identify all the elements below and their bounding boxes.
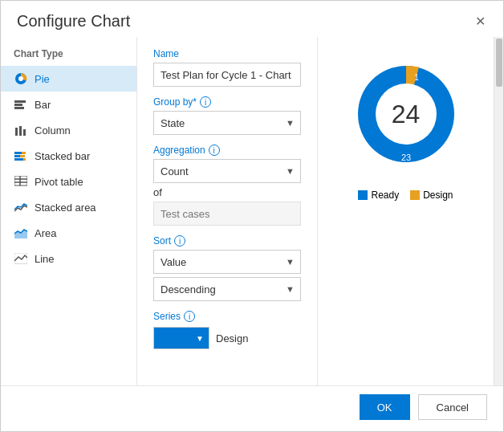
svg-rect-11 (20, 155, 25, 157)
legend-swatch-design (410, 190, 420, 200)
svg-rect-17 (20, 179, 27, 182)
svg-rect-16 (14, 179, 20, 182)
svg-rect-13 (23, 158, 26, 161)
area-icon (14, 226, 28, 240)
svg-rect-3 (14, 104, 22, 106)
pivot-icon (14, 174, 28, 189)
svg-rect-14 (14, 176, 20, 179)
name-input[interactable] (153, 63, 301, 87)
scrollbar[interactable] (494, 37, 503, 385)
pie-label: Pie (35, 73, 50, 85)
config-panel: Name Group by* i State Priority Assigned… (137, 37, 317, 385)
name-field-group: Name (153, 48, 301, 87)
chart-preview-panel: 23 1 24 Ready Design (317, 37, 494, 385)
bar-label: Bar (35, 99, 51, 111)
series-field-group: Series i ▼ Design (153, 311, 301, 349)
dialog-title-bar: Configure Chart ✕ (1, 1, 503, 37)
svg-rect-15 (20, 176, 27, 179)
aggregation-select-wrap: Count Sum Average ▼ (153, 159, 301, 183)
series-name: Design (216, 332, 248, 344)
area-label: Area (35, 227, 56, 239)
svg-rect-7 (23, 129, 26, 136)
of-input (153, 202, 301, 226)
series-label: Series i (153, 311, 301, 322)
chart-type-line[interactable]: Line (1, 246, 136, 271)
dialog-footer: OK Cancel (1, 385, 503, 431)
chart-type-label: Chart Type (1, 45, 136, 66)
svg-rect-19 (20, 182, 27, 185)
bar-icon (14, 97, 28, 112)
close-button[interactable]: ✕ (470, 14, 490, 30)
group-by-select[interactable]: State Priority Assigned To (153, 111, 301, 135)
legend-label-design: Design (423, 190, 453, 201)
svg-point-1 (18, 76, 23, 81)
stacked-bar-icon (14, 149, 28, 163)
chart-type-stacked-bar[interactable]: Stacked bar (1, 143, 136, 169)
svg-rect-10 (14, 155, 20, 157)
svg-rect-12 (14, 158, 23, 161)
chart-type-pivot[interactable]: Pivot table (1, 169, 136, 194)
aggregation-select[interactable]: Count Sum Average (153, 159, 301, 183)
group-by-label: Group by* i (153, 96, 301, 108)
dialog-title: Configure Chart (17, 12, 130, 31)
svg-rect-4 (14, 107, 24, 109)
series-color-swatch (159, 330, 196, 346)
pie-icon (14, 71, 28, 86)
line-label: Line (35, 253, 55, 265)
chart-type-area[interactable]: Area (1, 220, 136, 246)
line-icon (14, 251, 28, 266)
donut-center-value: 24 (392, 100, 421, 129)
chart-type-stacked-area[interactable]: Stacked area (1, 194, 136, 220)
chart-type-bar[interactable]: Bar (1, 92, 136, 117)
stacked-bar-label: Stacked bar (35, 150, 90, 162)
cancel-button[interactable]: Cancel (418, 394, 487, 420)
svg-rect-6 (19, 126, 22, 136)
svg-rect-9 (22, 152, 26, 154)
aggregation-label: Aggregation i (153, 145, 301, 156)
scrollbar-thumb[interactable] (496, 39, 502, 87)
sort-label: Sort i (153, 235, 301, 247)
sort-order-select-wrap: Descending Ascending ▼ (153, 277, 301, 301)
sort-row: Value Label ▼ Descending Ascending ▼ (153, 250, 301, 301)
series-info-icon[interactable]: i (184, 311, 195, 322)
sort-value-select[interactable]: Value Label (153, 250, 301, 274)
svg-rect-8 (14, 152, 22, 154)
svg-marker-20 (14, 230, 27, 238)
aggregation-info-icon[interactable]: i (209, 145, 220, 156)
sort-order-select[interactable]: Descending Ascending (153, 277, 301, 301)
stacked-area-icon (14, 200, 28, 214)
group-by-info-icon[interactable]: i (200, 96, 211, 108)
stacked-area-label: Stacked area (35, 202, 96, 214)
column-label: Column (35, 124, 71, 137)
legend-label-ready: Ready (371, 190, 399, 201)
svg-text:1: 1 (414, 73, 419, 82)
svg-rect-18 (14, 182, 20, 185)
name-label: Name (153, 48, 301, 59)
svg-text:23: 23 (400, 153, 410, 162)
sort-value-select-wrap: Value Label ▼ (153, 250, 301, 274)
group-by-select-wrap: State Priority Assigned To ▼ (153, 111, 301, 135)
chart-type-pie[interactable]: Pie (1, 66, 136, 92)
svg-rect-2 (14, 100, 26, 103)
of-label: of (153, 186, 301, 198)
series-color-arrow-icon: ▼ (196, 334, 204, 343)
dialog-body: Chart Type Pie (1, 37, 503, 385)
sort-field-group: Sort i Value Label ▼ Descending (153, 235, 301, 301)
chart-type-column[interactable]: Column (1, 117, 136, 143)
group-by-field-group: Group by* i State Priority Assigned To ▼ (153, 96, 301, 135)
column-icon (14, 123, 28, 137)
svg-rect-5 (15, 128, 18, 136)
chart-type-panel: Chart Type Pie (1, 37, 137, 385)
aggregation-field-group: Aggregation i Count Sum Average ▼ of (153, 145, 301, 226)
legend-item-ready: Ready (358, 190, 399, 201)
series-row: ▼ Design (153, 327, 301, 349)
ok-button[interactable]: OK (360, 394, 410, 420)
series-color-button[interactable]: ▼ (153, 327, 209, 349)
legend-swatch-ready (358, 190, 368, 200)
chart-legend: Ready Design (358, 190, 453, 201)
legend-item-design: Design (410, 190, 453, 201)
donut-chart: 23 1 24 (342, 50, 470, 178)
pivot-label: Pivot table (35, 176, 83, 188)
configure-chart-dialog: Configure Chart ✕ Chart Type Pie (0, 0, 504, 432)
sort-info-icon[interactable]: i (174, 235, 185, 247)
